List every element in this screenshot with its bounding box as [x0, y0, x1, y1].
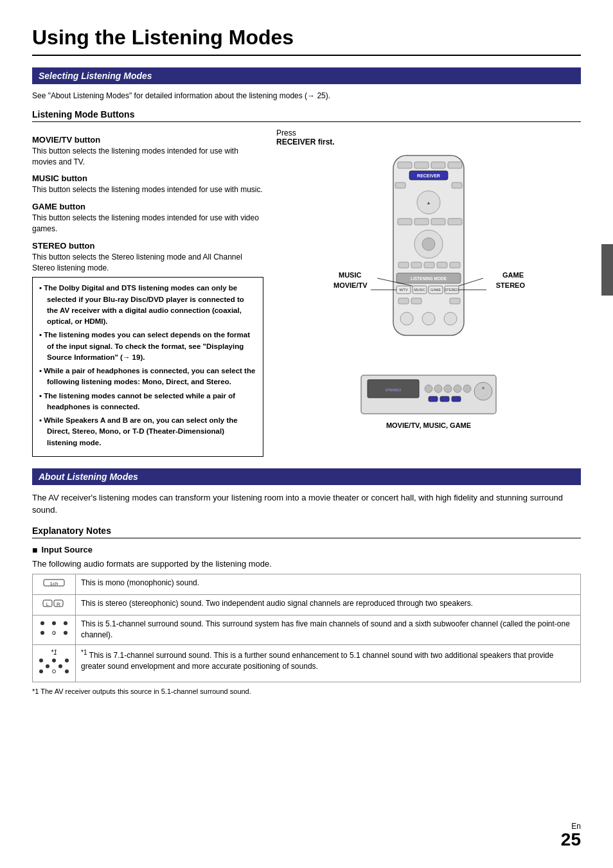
svg-point-69 — [65, 669, 69, 673]
7ch-icon — [38, 657, 70, 675]
svg-rect-2 — [414, 162, 429, 168]
note-item: The Dolby Digital and DTS listening mode… — [39, 283, 256, 327]
section-about: About Listening Modes The AV receiver's … — [32, 468, 581, 695]
svg-rect-4 — [448, 162, 462, 168]
mono-icon: 1ch — [42, 578, 66, 588]
svg-text:L: L — [46, 601, 49, 607]
svg-point-74 — [58, 664, 62, 668]
main-content-area: MOVIE/TV button This button selects the … — [32, 128, 581, 457]
svg-rect-13 — [431, 218, 445, 225]
movie-tv-button-section: MOVIE/TV button This button selects the … — [32, 135, 263, 168]
svg-point-71 — [65, 659, 69, 662]
svg-rect-51 — [440, 396, 449, 402]
svg-point-48 — [454, 385, 461, 393]
svg-text:▲: ▲ — [427, 200, 431, 205]
svg-point-49 — [463, 385, 471, 393]
svg-point-45 — [425, 385, 432, 393]
section-selecting: Selecting Listening Modes See "About Lis… — [32, 67, 581, 457]
svg-rect-7 — [395, 182, 405, 188]
game-label: GAME — [502, 271, 524, 279]
note-item: The listening modes you can select depen… — [39, 330, 256, 363]
svg-point-36 — [422, 312, 435, 325]
remote-diagram: RECEIVER ▲ — [358, 154, 499, 362]
svg-text:1ch: 1ch — [50, 581, 58, 587]
tab-marker — [601, 244, 613, 296]
icon-cell-5ch: .1 — [33, 615, 76, 644]
about-desc: The AV receiver's listening modes can tr… — [32, 492, 581, 517]
svg-rect-14 — [448, 218, 462, 225]
svg-text:R: R — [57, 601, 60, 607]
explanatory-notes-title: Explanatory Notes — [32, 526, 581, 538]
svg-text:RECEIVER: RECEIVER — [417, 173, 440, 178]
svg-rect-50 — [429, 396, 438, 402]
left-column: MOVIE/TV button This button selects the … — [32, 128, 263, 457]
footnote-ref: *1 — [81, 649, 87, 656]
svg-text:STEREO: STEREO — [445, 288, 459, 292]
table-row: 1ch This is mono (monophonic) sound. — [33, 574, 581, 594]
page-title: Using the Listening Modes — [32, 26, 581, 56]
svg-point-72 — [52, 659, 56, 662]
note-item: While Speakers A and B are on, you can s… — [39, 415, 256, 448]
movie-tv-label: MOVIE/TV — [333, 281, 368, 289]
svg-rect-19 — [424, 262, 434, 268]
audio-desc-7ch: *1 This is 7.1-channel surround sound. T… — [76, 644, 581, 682]
svg-rect-11 — [398, 218, 412, 225]
svg-point-37 — [444, 312, 457, 325]
audio-format-table: 1ch This is mono (monophonic) sound. L R… — [32, 574, 581, 682]
svg-rect-33 — [411, 298, 422, 304]
stereo-button-desc: This button selects the Stereo listening… — [32, 252, 263, 274]
note-item: While a pair of headphones is connected,… — [39, 366, 256, 388]
section-header-about: About Listening Modes — [32, 468, 581, 485]
svg-text:.1: .1 — [53, 632, 55, 635]
svg-rect-18 — [411, 262, 422, 268]
music-button-label: MUSIC button — [32, 173, 263, 183]
table-row: .1 This is 5.1-channel surround sound. T… — [33, 615, 581, 644]
svg-text:GAME: GAME — [431, 288, 441, 292]
receiver-first-label: RECEIVER first. — [276, 137, 335, 146]
svg-text:MUSIC: MUSIC — [414, 288, 425, 292]
svg-text:STEREO: STEREO — [386, 388, 402, 392]
svg-rect-32 — [398, 298, 409, 304]
svg-point-46 — [434, 385, 442, 393]
remote-svg: RECEIVER ▲ — [358, 154, 499, 360]
press-receiver-text-block: Press RECEIVER first. — [276, 128, 335, 146]
stereo-label: STEREO — [496, 281, 525, 289]
svg-rect-3 — [431, 162, 445, 168]
page-number-block: En 25 — [561, 822, 581, 849]
receiver-modes-label: MOVIE/TV, MUSIC, GAME — [358, 421, 499, 429]
svg-rect-20 — [437, 262, 447, 268]
section-intro: See "About Listening Modes" for detailed… — [32, 91, 581, 102]
footnote: *1 The AV receiver outputs this source i… — [32, 687, 581, 695]
game-button-label: GAME button — [32, 202, 263, 211]
input-source-header: Input Source — [32, 545, 581, 555]
svg-point-53 — [474, 382, 492, 400]
svg-point-16 — [422, 238, 435, 251]
svg-point-47 — [444, 385, 452, 393]
game-button-section: GAME button This button selects the list… — [32, 202, 263, 235]
svg-rect-12 — [414, 218, 429, 225]
icon-cell-stereo: L R — [33, 594, 76, 615]
svg-point-70 — [39, 659, 43, 662]
music-button-section: MUSIC button This button selects the lis… — [32, 173, 263, 195]
svg-rect-34 — [450, 298, 460, 304]
movie-tv-button-desc: This button selects the listening modes … — [32, 146, 263, 168]
game-button-desc: This button selects the listening modes … — [32, 213, 263, 235]
svg-rect-8 — [452, 182, 462, 188]
notes-box: The Dolby Digital and DTS listening mode… — [32, 277, 263, 457]
movie-tv-button-label: MOVIE/TV button — [32, 135, 263, 145]
footnote-marker: *1 — [38, 648, 70, 658]
table-row: L R This is stereo (stereophonic) sound.… — [33, 594, 581, 615]
svg-point-65 — [52, 621, 56, 625]
svg-text:LISTENING MODE: LISTENING MODE — [411, 276, 447, 281]
svg-text:M/TV: M/TV — [399, 288, 407, 292]
receiver-svg: STEREO — [358, 372, 499, 417]
page-num: 25 — [561, 831, 581, 849]
svg-rect-1 — [398, 162, 412, 168]
input-source-desc: The following audio formats are supporte… — [32, 559, 581, 569]
svg-rect-17 — [398, 262, 409, 268]
svg-point-61 — [40, 631, 44, 635]
music-label: MUSIC — [339, 271, 361, 279]
audio-desc-mono: This is mono (monophonic) sound. — [76, 574, 581, 594]
right-column: Press RECEIVER first. RECEIVER — [276, 128, 581, 457]
svg-point-68 — [39, 669, 43, 673]
